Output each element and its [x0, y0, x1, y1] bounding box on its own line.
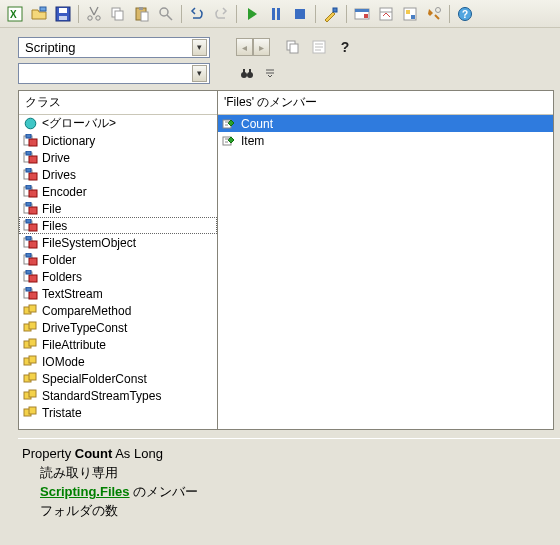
separator: [346, 5, 347, 23]
class-item-label: Dictionary: [42, 134, 95, 148]
options-icon[interactable]: [262, 63, 278, 83]
redo-icon[interactable]: [210, 3, 232, 25]
svg-rect-12: [141, 12, 148, 21]
enum-icon: [23, 406, 38, 420]
svg-rect-16: [277, 8, 280, 20]
separator: [449, 5, 450, 23]
class-item[interactable]: Dictionary: [19, 132, 217, 149]
class-item[interactable]: Folder: [19, 251, 217, 268]
svg-rect-17: [295, 9, 305, 19]
member-link[interactable]: Scripting.Files: [40, 484, 130, 499]
svg-point-36: [25, 118, 36, 129]
excel-doc-icon[interactable]: X: [4, 3, 26, 25]
library-combo[interactable]: Scripting ▾: [18, 37, 210, 58]
class-item[interactable]: FileSystemObject: [19, 234, 217, 251]
class-item[interactable]: Files: [19, 217, 217, 234]
class-item-label: Encoder: [42, 185, 87, 199]
svg-rect-45: [26, 168, 31, 172]
svg-rect-50: [29, 207, 37, 214]
help-icon-q[interactable]: ?: [334, 37, 356, 57]
enum-icon: [23, 389, 38, 403]
class-item[interactable]: CompareMethod: [19, 302, 217, 319]
design-icon[interactable]: [320, 3, 342, 25]
class-icon: [23, 168, 38, 182]
chevron-down-icon[interactable]: ▾: [192, 65, 207, 82]
class-item[interactable]: IOMode: [19, 353, 217, 370]
svg-rect-59: [29, 258, 37, 265]
enum-icon: [23, 321, 38, 335]
pause-icon[interactable]: [265, 3, 287, 25]
class-item-label: DriveTypeConst: [42, 321, 127, 335]
object-icon[interactable]: [399, 3, 421, 25]
classes-list[interactable]: <グローバル>DictionaryDriveDrivesEncoderFileF…: [19, 115, 217, 429]
svg-rect-60: [26, 253, 31, 257]
search-combo[interactable]: ▾: [18, 63, 210, 84]
svg-point-6: [88, 15, 92, 19]
class-item-label: SpecialFolderConst: [42, 372, 147, 386]
class-icon: [23, 185, 38, 199]
copy-icon[interactable]: [107, 3, 129, 25]
separator: [315, 5, 316, 23]
prop-icon: [222, 134, 237, 148]
nav-back-button[interactable]: ◂: [236, 38, 253, 56]
svg-rect-57: [26, 236, 31, 240]
save-icon[interactable]: [52, 3, 74, 25]
cut-icon[interactable]: [83, 3, 105, 25]
class-item[interactable]: Drives: [19, 166, 217, 183]
class-item[interactable]: FileAttribute: [19, 336, 217, 353]
svg-line-14: [167, 15, 172, 20]
nav-forward-button[interactable]: ▸: [253, 38, 270, 56]
svg-rect-53: [29, 224, 37, 231]
class-item-label: Drive: [42, 151, 70, 165]
binoculars-icon[interactable]: [236, 63, 258, 83]
help-icon[interactable]: ?: [454, 3, 476, 25]
undo-icon[interactable]: [186, 3, 208, 25]
members-list[interactable]: CountItem: [218, 115, 553, 429]
run-icon[interactable]: [241, 3, 263, 25]
class-item[interactable]: File: [19, 200, 217, 217]
member-item-label: Item: [241, 134, 264, 148]
member-item[interactable]: Count: [218, 115, 553, 132]
svg-rect-39: [26, 134, 31, 138]
class-item[interactable]: Encoder: [19, 183, 217, 200]
svg-point-26: [436, 7, 441, 12]
class-icon: [23, 134, 38, 148]
stop-icon[interactable]: [289, 3, 311, 25]
svg-rect-66: [26, 287, 31, 291]
open-icon[interactable]: [28, 3, 50, 25]
svg-text:?: ?: [462, 9, 468, 20]
member-item[interactable]: Item: [218, 132, 553, 149]
class-item[interactable]: SpecialFolderConst: [19, 370, 217, 387]
svg-rect-21: [364, 14, 368, 18]
properties-icon[interactable]: [375, 3, 397, 25]
class-item[interactable]: TextStream: [19, 285, 217, 302]
copy-def-icon[interactable]: [282, 37, 304, 57]
member-item-label: Count: [241, 117, 273, 131]
class-item[interactable]: Drive: [19, 149, 217, 166]
svg-rect-47: [29, 190, 37, 197]
prop-icon: [222, 117, 237, 131]
class-item[interactable]: StandardStreamTypes: [19, 387, 217, 404]
svg-rect-38: [29, 139, 37, 146]
view-def-icon[interactable]: [308, 37, 330, 57]
class-item[interactable]: <グローバル>: [19, 115, 217, 132]
svg-rect-15: [272, 8, 275, 20]
signature-line: Property Count As Long: [22, 445, 556, 464]
chevron-down-icon[interactable]: ▾: [192, 39, 207, 56]
project-icon[interactable]: [351, 3, 373, 25]
separator: [78, 5, 79, 23]
enum-icon: [23, 304, 38, 318]
paste-icon[interactable]: [131, 3, 153, 25]
find-icon[interactable]: [155, 3, 177, 25]
svg-rect-63: [26, 270, 31, 274]
toolbox-icon[interactable]: [423, 3, 445, 25]
svg-rect-51: [26, 202, 31, 206]
class-item[interactable]: Folders: [19, 268, 217, 285]
class-item[interactable]: DriveTypeConst: [19, 319, 217, 336]
svg-rect-56: [29, 241, 37, 248]
svg-rect-4: [59, 8, 67, 13]
svg-rect-42: [26, 151, 31, 155]
svg-text:X: X: [10, 9, 17, 20]
class-item-label: Folder: [42, 253, 76, 267]
class-item[interactable]: Tristate: [19, 404, 217, 421]
